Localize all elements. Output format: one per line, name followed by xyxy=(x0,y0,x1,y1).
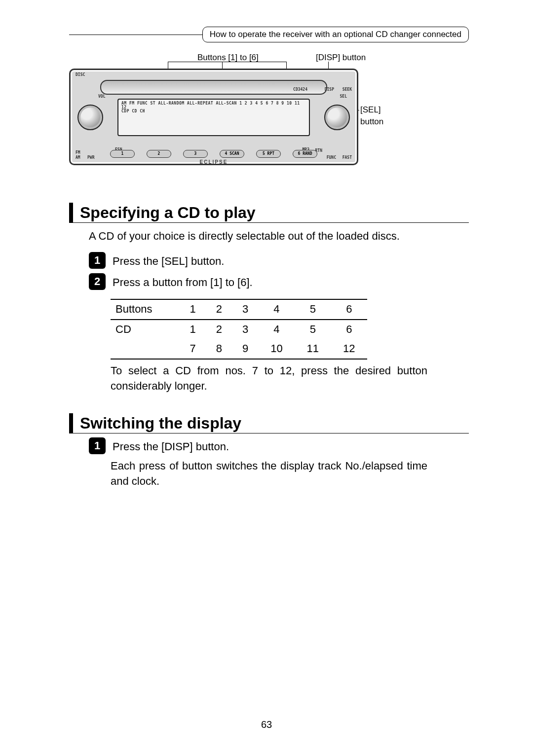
cell: 8 xyxy=(206,339,232,359)
cell: 1 xyxy=(180,300,206,320)
table-row: 7 8 9 10 11 12 xyxy=(111,339,367,359)
label-pwr: PWR xyxy=(87,156,94,160)
cell: 4 xyxy=(259,300,295,320)
preset-button-bar: 1 2 3 4 SCAN 5 RPT 6 RAND xyxy=(110,150,317,158)
table-row: CD 1 2 3 4 5 6 xyxy=(111,320,367,339)
device-diagram: Buttons [1] to [6] [DISP] button [SEL] b… xyxy=(69,55,469,183)
step-1: 1 Press the [SEL] button. xyxy=(89,252,469,269)
cell: 4 xyxy=(259,320,295,339)
label-am: AM xyxy=(76,156,80,160)
cell: 1 xyxy=(180,320,206,339)
preset-button-3: 3 xyxy=(183,150,208,158)
page-number: 63 xyxy=(0,718,533,731)
preset-button-6: 6 RAND xyxy=(293,150,317,158)
table-row: Buttons 1 2 3 4 5 6 xyxy=(111,300,367,320)
label-disc: DISC xyxy=(76,73,85,77)
label-seek: SEEK xyxy=(343,88,352,92)
step-badge-2: 2 xyxy=(89,273,106,290)
cell: 6 xyxy=(331,320,367,339)
section1-note: To select a CD from nos. 7 to 12, press … xyxy=(111,363,427,394)
cell: 7 xyxy=(180,339,206,359)
cell: 11 xyxy=(295,339,331,359)
breadcrumb: How to operate the receiver with an opti… xyxy=(202,27,469,42)
cell: 5 xyxy=(295,320,331,339)
volume-dial xyxy=(77,105,103,130)
step-badge-1: 1 xyxy=(89,252,106,269)
cell: 6 xyxy=(331,300,367,320)
preset-button-4: 4 SCAN xyxy=(220,150,244,158)
section2-body: Each press of button switches the displa… xyxy=(111,459,427,489)
screen-tokens-2: CDP CD CH xyxy=(121,109,306,113)
heading-switching-display: Switching the display xyxy=(69,413,469,433)
cell: 5 xyxy=(295,300,331,320)
cell: 12 xyxy=(331,339,367,359)
step-2: 2 Press a button from [1] to [6]. xyxy=(89,273,469,290)
step-1b-text: Press the [DISP] button. xyxy=(113,437,229,455)
row-label-cd: CD xyxy=(111,320,180,339)
section1-lead: A CD of your choice is directly selectab… xyxy=(89,229,469,244)
row-label-buttons: Buttons xyxy=(111,300,180,320)
label-vol: VOL xyxy=(98,95,105,99)
callout-disp-button: [DISP] button xyxy=(316,52,366,64)
cell: 3 xyxy=(232,300,258,320)
step-1b: 1 Press the [DISP] button. xyxy=(89,437,469,455)
cell: 9 xyxy=(232,339,258,359)
cell: 2 xyxy=(206,300,232,320)
step-badge-1b: 1 xyxy=(89,437,106,454)
cell: 10 xyxy=(259,339,295,359)
receiver-faceplate: DISC VOL DISP SEEK SEL FM AM PWR FUNC FA… xyxy=(69,69,358,165)
header-rule: How to operate the receiver with an opti… xyxy=(69,35,469,35)
lcd-screen: AM FM FUNC ST ALL-RANDOM ALL-REPEAT ALL-… xyxy=(117,99,310,136)
step-1-text: Press the [SEL] button. xyxy=(113,252,224,269)
button-to-cd-table: Buttons 1 2 3 4 5 6 CD 1 2 3 4 5 6 7 8 9… xyxy=(111,299,367,359)
label-fm: FM xyxy=(76,151,80,155)
screen-tokens: AM FM FUNC ST ALL-RANDOM ALL-REPEAT ALL-… xyxy=(121,102,306,109)
preset-button-5: 5 RPT xyxy=(256,150,281,158)
label-disp: DISP xyxy=(325,88,334,92)
label-model: CD3424 xyxy=(293,88,307,92)
step-2-text: Press a button from [1] to [6]. xyxy=(113,273,253,290)
preset-button-2: 2 xyxy=(147,150,171,158)
heading-specifying-cd: Specifying a CD to play xyxy=(69,203,469,223)
label-func: FUNC xyxy=(327,156,336,160)
brand-logo-text: ECLIPSE xyxy=(71,160,357,165)
label-sel: SEL xyxy=(340,95,347,99)
cell: 2 xyxy=(206,320,232,339)
leader-line xyxy=(168,62,286,62)
select-dial xyxy=(324,105,350,130)
manual-page: How to operate the receiver with an opti… xyxy=(0,0,533,756)
cell: 3 xyxy=(232,320,258,339)
preset-button-1: 1 xyxy=(110,150,135,158)
label-fast: FAST xyxy=(343,156,352,160)
callout-sel-button: [SEL] button xyxy=(360,104,395,128)
